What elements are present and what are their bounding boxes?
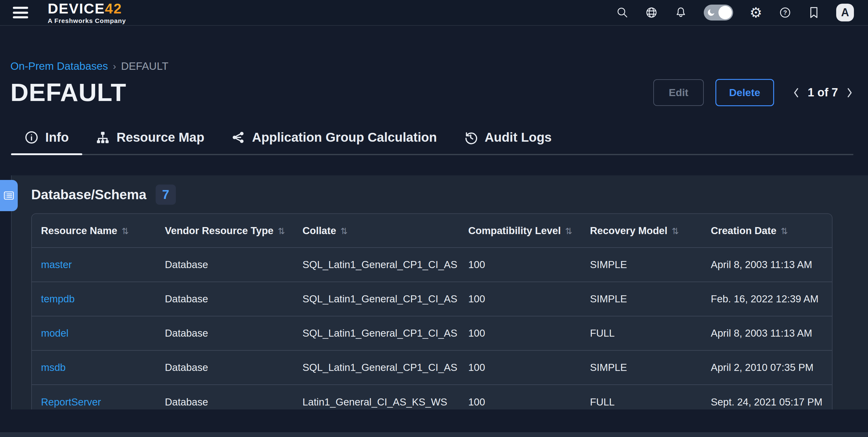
cell-compatibility-level: 100	[459, 247, 581, 282]
resource-link[interactable]: ReportServer	[41, 396, 101, 408]
resource-map-icon	[96, 130, 110, 144]
column-header-recovery-model[interactable]: Recovery Model⇅	[581, 214, 702, 247]
column-header-collate[interactable]: Collate⇅	[293, 214, 459, 247]
table-row: msdb Database SQL_Latin1_General_CP1_CI_…	[32, 350, 833, 385]
sort-icon: ⇅	[565, 226, 572, 236]
detail-tabs: Info Resource Map Application Group Calc…	[11, 126, 853, 155]
cell-creation-date: April 2, 2010 07:35 PM	[702, 350, 833, 385]
info-icon	[25, 130, 38, 144]
table-row: model Database SQL_Latin1_General_CP1_CI…	[32, 316, 833, 350]
cell-collate: SQL_Latin1_General_CP1_CI_AS	[293, 247, 459, 282]
table-row: ReportServer Database Latin1_General_CI_…	[32, 385, 833, 409]
record-pager: 1 of 7	[793, 86, 853, 99]
tab-info-label: Info	[45, 130, 69, 145]
tab-resource-map-label: Resource Map	[117, 130, 204, 145]
cell-recovery-model: SIMPLE	[581, 282, 702, 316]
cell-compatibility-level: 100	[459, 282, 581, 316]
cell-vendor-resource-type: Database	[156, 282, 293, 316]
toggle-knob	[718, 6, 732, 19]
delete-button[interactable]: Delete	[715, 79, 774, 106]
search-icon[interactable]	[616, 6, 628, 19]
table-row: tempdb Database SQL_Latin1_General_CP1_C…	[32, 282, 833, 316]
cell-compatibility-level: 100	[459, 350, 581, 385]
pager-label: 1 of 7	[808, 86, 838, 99]
moon-icon	[707, 8, 716, 17]
breadcrumb: On-Prem Databases › DEFAULT	[10, 60, 853, 72]
avatar-initial: A	[841, 6, 849, 19]
table-row: master Database SQL_Latin1_General_CP1_C…	[32, 247, 833, 282]
database-schema-table: Resource Name⇅ Vendor Resource Type⇅ Col…	[31, 213, 833, 409]
sort-icon: ⇅	[340, 226, 347, 236]
resource-link[interactable]: model	[41, 327, 68, 339]
section-header: Database/Schema 7	[31, 184, 868, 205]
cell-vendor-resource-type: Database	[156, 385, 293, 409]
tab-info[interactable]: Info	[11, 126, 82, 154]
cell-recovery-model: SIMPLE	[581, 350, 702, 385]
cell-compatibility-level: 100	[459, 385, 581, 409]
column-header-resource-name[interactable]: Resource Name⇅	[32, 214, 156, 247]
column-header-compatibility-level[interactable]: Compatibility Level⇅	[459, 214, 581, 247]
brand-tagline: A Freshworks Company	[48, 18, 126, 24]
brand-wordmark: DEVICE42	[48, 1, 126, 16]
cell-recovery-model: FULL	[581, 316, 702, 350]
cell-collate: SQL_Latin1_General_CP1_CI_AS	[293, 316, 459, 350]
brand-name: DEVICE	[48, 0, 105, 17]
page-title: DEFAULT	[10, 79, 126, 106]
cell-recovery-model: SIMPLE	[581, 247, 702, 282]
edit-button[interactable]: Edit	[653, 79, 704, 106]
topbar: DEVICE42 A Freshworks Company ⚙ ? A	[0, 0, 868, 26]
resource-link[interactable]: master	[41, 259, 72, 270]
cell-compatibility-level: 100	[459, 316, 581, 350]
cell-recovery-model: FULL	[581, 385, 702, 409]
device42-logo[interactable]: DEVICE42 A Freshworks Company	[48, 1, 126, 24]
sort-icon: ⇅	[278, 226, 285, 236]
pager-prev-icon[interactable]	[793, 87, 800, 98]
cell-vendor-resource-type: Database	[156, 316, 293, 350]
cell-creation-date: April 8, 2003 11:13 AM	[702, 247, 833, 282]
column-header-creation-date[interactable]: Creation Date⇅	[702, 214, 833, 247]
help-icon[interactable]: ?	[779, 6, 792, 19]
audit-logs-history-icon	[464, 130, 478, 144]
bookmark-icon[interactable]	[808, 6, 820, 19]
notifications-bell-icon[interactable]	[674, 6, 687, 19]
breadcrumb-current: DEFAULT	[121, 60, 168, 72]
tab-resource-map[interactable]: Resource Map	[82, 126, 218, 154]
hamburger-menu-icon[interactable]	[13, 7, 28, 18]
sort-icon: ⇅	[672, 226, 679, 236]
column-header-vendor-resource-type[interactable]: Vendor Resource Type⇅	[156, 214, 293, 247]
count-badge: 7	[156, 184, 176, 205]
cell-collate: Latin1_General_CI_AS_KS_WS	[293, 385, 459, 409]
resource-link[interactable]: msdb	[41, 362, 66, 373]
bottom-strip	[0, 432, 868, 437]
resource-link[interactable]: tempdb	[41, 293, 74, 304]
cell-vendor-resource-type: Database	[156, 350, 293, 385]
cell-creation-date: April 8, 2003 11:13 AM	[702, 316, 833, 350]
cell-collate: SQL_Latin1_General_CP1_CI_AS	[293, 282, 459, 316]
page-header: On-Prem Databases › DEFAULT DEFAULT Edit…	[0, 26, 868, 106]
page-actions: Edit Delete 1 of 7	[653, 79, 853, 106]
sort-icon: ⇅	[781, 226, 788, 236]
info-panel: Database/Schema 7 Resource Name⇅ Vendor …	[11, 175, 868, 409]
section-title: Database/Schema	[31, 187, 147, 202]
cell-vendor-resource-type: Database	[156, 247, 293, 282]
brand-accent: 42	[105, 0, 122, 17]
cell-creation-date: Sept. 24, 2021 05:17 PM	[702, 385, 833, 409]
section-list-handle[interactable]	[0, 180, 18, 211]
svg-text:?: ?	[783, 9, 787, 16]
tab-audit-logs[interactable]: Audit Logs	[450, 126, 565, 154]
application-group-icon	[231, 130, 245, 144]
dark-mode-toggle[interactable]	[704, 5, 733, 21]
settings-gear-icon[interactable]: ⚙	[750, 5, 762, 20]
globe-icon[interactable]	[645, 6, 658, 19]
topbar-actions: ⚙ ? A	[616, 4, 854, 22]
tab-application-group-calculation[interactable]: Application Group Calculation	[218, 126, 450, 154]
breadcrumb-parent-link[interactable]: On-Prem Databases	[10, 60, 108, 72]
sort-icon: ⇅	[121, 226, 128, 236]
list-icon	[4, 191, 14, 200]
tab-application-group-label: Application Group Calculation	[252, 130, 437, 145]
pager-next-icon[interactable]	[846, 87, 853, 98]
tab-audit-logs-label: Audit Logs	[485, 130, 552, 145]
avatar[interactable]: A	[836, 4, 854, 22]
cell-collate: SQL_Latin1_General_CP1_CI_AS	[293, 350, 459, 385]
cell-creation-date: Feb. 16, 2022 12:39 AM	[702, 282, 833, 316]
